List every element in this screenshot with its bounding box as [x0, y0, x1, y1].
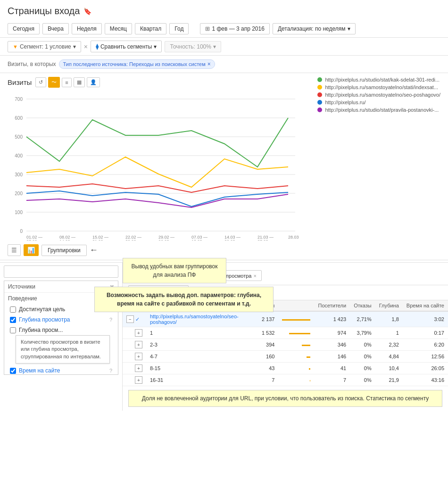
svg-text:27.03: 27.03 — [257, 239, 268, 240]
row2-expand-btn[interactable]: + — [135, 341, 142, 348]
row1-expand-btn[interactable]: + — [135, 329, 142, 337]
year-btn[interactable]: Год — [169, 23, 189, 34]
depth2-label: Глубина просм... — [19, 327, 63, 333]
page-title: Страницы входа — [8, 6, 80, 17]
row2-depth: 2,32 — [375, 339, 403, 351]
stacked-btn[interactable]: ≡ — [62, 78, 71, 87]
compare-waves-icon: ⧫ — [96, 43, 99, 50]
row3-time: 12:56 — [403, 351, 448, 363]
row5-bounce: 0% — [350, 374, 375, 386]
detail-label: Детализация: по неделям — [278, 25, 346, 32]
accuracy-btn[interactable]: Точность: 100% ▾ — [165, 41, 221, 52]
legend-label-1: http://pixelplus.ru/samostoyatelno/stati… — [325, 84, 438, 90]
svg-text:400: 400 — [15, 153, 23, 158]
compare-arrow: ▾ — [154, 43, 157, 50]
bookmark-icon[interactable]: 🔖 — [83, 8, 91, 15]
svg-text:21.02: 21.02 — [92, 239, 103, 240]
legend-item-4: http://pixelplus.ru/studio/stat/pravila-… — [317, 107, 440, 113]
quarter-btn[interactable]: Квартал — [135, 23, 166, 34]
segment-close-icon[interactable]: × — [84, 43, 88, 50]
table-view-btn[interactable]: 👤 — [87, 77, 100, 87]
legend-label-0: http://pixelplus.ru/studio/stat/kak-sdel… — [325, 77, 440, 83]
dim-item-depth2[interactable]: Глубина просм... — [4, 325, 118, 335]
svg-text:14.02: 14.02 — [59, 239, 70, 240]
legend-dot-1 — [317, 85, 322, 90]
row2-bar — [278, 339, 314, 351]
time-info-icon[interactable]: ? — [109, 368, 112, 373]
chart-controls: ↺ 〜 ≡ ▦ 👤 — [35, 77, 100, 88]
segment-arrow: ▾ — [73, 43, 76, 50]
row3-label-cell: 4-7 — [146, 351, 253, 363]
list-view-btn[interactable]: ☰ — [8, 244, 21, 256]
row4-expand-btn[interactable]: + — [135, 364, 142, 372]
row5-depth: 21,9 — [375, 374, 403, 386]
bar-chart-btn[interactable]: ▦ — [74, 77, 85, 87]
refresh-btn[interactable]: ↺ — [35, 77, 46, 87]
row3-visitors: 146 — [314, 351, 350, 363]
row3-expand-btn[interactable]: + — [135, 353, 142, 360]
compare-btn[interactable]: ⧫ Сравнить сегменты ▾ — [91, 41, 162, 52]
chart-view-btn[interactable]: 📊 — [24, 244, 39, 256]
segment-btn[interactable]: ▼ Сегмент: 1 условие ▾ — [8, 41, 81, 52]
legend-dot-2 — [317, 92, 322, 97]
row5-time: 43:16 — [403, 374, 448, 386]
svg-text:28.03: 28.03 — [288, 235, 299, 240]
time-checkbox[interactable] — [10, 368, 16, 374]
chart-svg: 700 600 500 400 300 200 100 0 01.02 — 07… — [8, 90, 300, 240]
month-btn[interactable]: Месяц — [105, 23, 132, 34]
legend: http://pixelplus.ru/studio/stat/kak-sdel… — [317, 77, 440, 113]
filter-bar: ▼ Сегмент: 1 условие ▾ × ⧫ Сравнить сегм… — [0, 38, 448, 56]
row5-expand-btn[interactable]: + — [135, 376, 142, 384]
yesterday-btn[interactable]: Вчера — [42, 23, 69, 34]
row1-bounce: 3,79% — [350, 327, 375, 339]
th-depth: Глубина — [375, 300, 403, 311]
th-bar — [278, 300, 314, 311]
row1-depth: 1 — [375, 327, 403, 339]
depth2-checkbox[interactable] — [10, 327, 16, 333]
dim-item-depth[interactable]: Глубина просмотра ? — [4, 314, 118, 325]
table-body: − ✓ http://pixelplus.ru/samostoyatelno/s… — [123, 311, 448, 386]
left-panel: Источники ∨ Поведение ℹ ∧ — [0, 263, 123, 411]
condition-tag-text: Тип последнего источника: Переходы из по… — [63, 61, 206, 67]
row5-bar — [278, 374, 314, 386]
detail-btn[interactable]: Детализация: по неделям ▾ — [273, 23, 356, 34]
line-chart-btn[interactable]: 〜 — [48, 77, 60, 88]
week-btn[interactable]: Неделя — [72, 23, 102, 34]
stat-annotation: Доля не вовлеченной аудитории для URL, п… — [128, 390, 442, 407]
table-row: + 16-31 7 7 0% 21,9 43:16 — [123, 374, 448, 386]
page-header: Страницы входа 🔖 — [0, 0, 448, 20]
goal-checkbox[interactable] — [10, 306, 16, 313]
dimension-search-input[interactable] — [4, 265, 118, 278]
svg-text:0: 0 — [20, 229, 23, 234]
right-panel: Вывод удобных вам группировок для анализ… — [123, 263, 448, 411]
table-row: + 4-7 160 146 0% 4,84 12:56 — [123, 351, 448, 363]
condition-close-icon[interactable]: × — [207, 61, 211, 67]
row2-bounce: 0% — [350, 339, 375, 351]
row0-expand-btn[interactable]: − — [126, 315, 134, 323]
dim-item-time[interactable]: Время на сайте ? — [4, 365, 118, 375]
depth-checkbox[interactable] — [10, 317, 16, 323]
row2-visitors: 346 — [314, 339, 350, 351]
legend-item-1: http://pixelplus.ru/samostoyatelno/stati… — [317, 84, 440, 90]
depth-info-icon[interactable]: ? — [109, 317, 112, 323]
legend-item-2: http://pixelplus.ru/samostoyatelno/seo-p… — [317, 92, 440, 98]
groupings-btn[interactable]: Группировки — [41, 245, 87, 256]
page-wrapper: Страницы входа 🔖 Сегодня Вчера Неделя Ме… — [0, 0, 448, 411]
row0-bar — [278, 311, 314, 327]
output-annotation: Вывод удобных вам группировок для анализ… — [123, 258, 226, 283]
dim-tag-depth-close[interactable]: × — [253, 273, 256, 279]
row3-depth: 4,84 — [375, 351, 403, 363]
chart-section: http://pixelplus.ru/studio/stat/kak-sdel… — [0, 73, 448, 240]
depth-label: Глубина просмотра — [19, 316, 70, 323]
row1-visitors: 974 — [314, 327, 350, 339]
date-range-btn[interactable]: ⊞ 1 фев — 3 апр 2016 — [200, 23, 269, 34]
condition-tag[interactable]: Тип последнего источника: Переходы из по… — [59, 59, 215, 69]
legend-label-4: http://pixelplus.ru/studio/stat/pravila-… — [325, 107, 439, 113]
line-red — [26, 184, 288, 192]
accuracy-arrow: ▾ — [213, 43, 216, 50]
svg-text:700: 700 — [15, 97, 23, 102]
row0-url-link[interactable]: http://pixelplus.ru/samostoyatelno/seo-p… — [150, 314, 239, 325]
accuracy-label: Точность: 100% — [170, 43, 211, 50]
arrow-icon: ← — [90, 245, 98, 255]
today-btn[interactable]: Сегодня — [8, 23, 40, 34]
